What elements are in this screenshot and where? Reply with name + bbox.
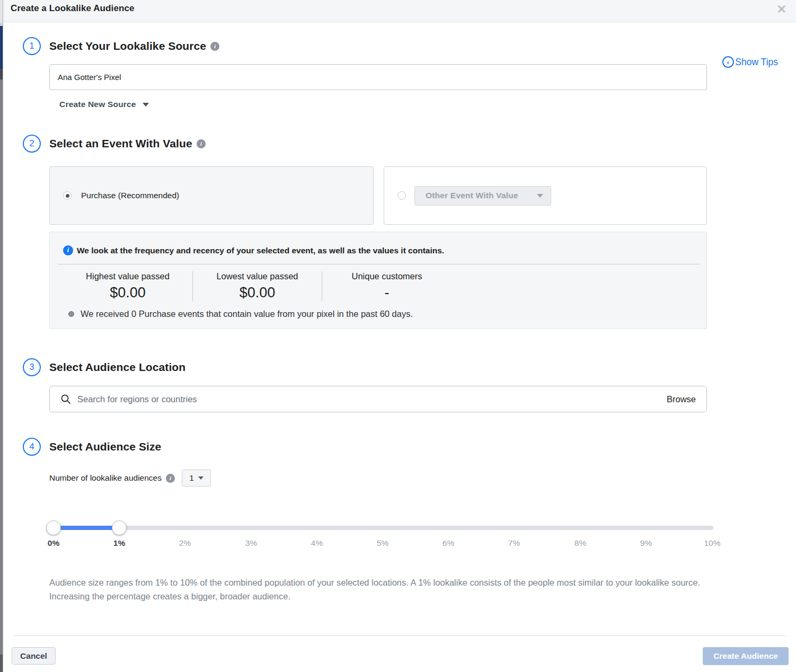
audiences-info-icon[interactable]: i (166, 474, 175, 483)
stat-highest-value: Highest value passed $0.00 (63, 271, 193, 301)
caret-down-icon (198, 476, 204, 480)
search-icon (60, 394, 71, 404)
stat-label: Lowest value passed (198, 271, 316, 281)
stat-value: $0.00 (198, 285, 316, 301)
info-circle-icon: i (63, 245, 73, 255)
lookalike-count-dropdown[interactable]: 1 (182, 470, 211, 487)
audience-size-slider: 0% 1% 2% 3% 4% 5% 6% 7% 8% 9% 10% (3, 511, 796, 573)
event-info-icon[interactable]: i (197, 139, 206, 148)
step-1-badge: 1 (23, 37, 41, 55)
audience-size-description: Audience size ranges from 1% to 10% of t… (49, 576, 711, 603)
slider-handle-max[interactable] (112, 520, 127, 535)
step-2-badge: 2 (23, 135, 41, 153)
event-insights-panel: i We look at the frequency and recency o… (49, 232, 707, 329)
slider-tick-label: 2% (179, 538, 191, 548)
slider-tick-label: 3% (245, 538, 257, 548)
cancel-button[interactable]: Cancel (12, 647, 56, 665)
lookalike-count-value: 1 (189, 473, 194, 483)
lookalike-count-label: Number of lookalike audiences (49, 473, 162, 483)
slider-tick-label: 4% (311, 538, 323, 548)
slider-tick-label: 9% (640, 538, 652, 548)
insights-intro-text: We look at the frequency and recency of … (77, 246, 444, 255)
location-search-input[interactable] (77, 394, 660, 404)
slider-track[interactable] (54, 526, 713, 530)
step-3-heading: Select Audience Location (49, 361, 185, 374)
create-lookalike-audience-dialog: Create a Lookalike Audience ✕ ‹ Show Tip… (3, 0, 796, 672)
create-audience-button[interactable]: Create Audience (703, 647, 789, 665)
location-search-bar: Browse (49, 386, 707, 412)
chevron-left-circle-icon: ‹ (722, 56, 734, 68)
slider-tick-label: 1% (113, 538, 125, 548)
step-2-heading: Select an Event With Value (49, 137, 192, 150)
purchase-label: Purchase (Recommended) (81, 191, 179, 200)
slider-handle-min[interactable] (46, 520, 61, 535)
slider-tick-label: 0% (48, 538, 59, 548)
bullet-icon (68, 311, 74, 317)
show-tips-link[interactable]: ‹ Show Tips (722, 56, 778, 68)
slider-tick-label: 5% (377, 538, 388, 548)
stat-label: Unique customers (328, 271, 446, 281)
slider-tick-label: 6% (443, 538, 454, 548)
other-event-option-card[interactable]: Other Event With Value (384, 166, 707, 225)
slider-tick-label: 7% (508, 538, 520, 548)
create-new-source-label: Create New Source (59, 100, 136, 109)
footer-divider (14, 635, 785, 636)
stat-unique-customers: Unique customers - (322, 271, 452, 301)
received-events-note: We received 0 Purchase events that conta… (81, 309, 413, 319)
browse-button[interactable]: Browse (660, 394, 696, 404)
dialog-header: Create a Lookalike Audience ✕ (3, 0, 796, 22)
purchase-option-card[interactable]: Purchase (Recommended) (49, 166, 374, 225)
other-event-radio[interactable] (397, 191, 406, 200)
step-4-heading: Select Audience Size (49, 440, 161, 453)
purchase-radio[interactable] (63, 191, 72, 200)
stat-value: $0.00 (68, 285, 187, 301)
slider-tick-label: 10% (704, 538, 720, 548)
step-1-heading: Select Your Lookalike Source (49, 40, 206, 52)
panel-divider (58, 264, 700, 264)
show-tips-label: Show Tips (735, 57, 778, 68)
caret-down-icon (143, 103, 149, 107)
caret-down-icon (537, 194, 543, 198)
slider-tick-label: 8% (574, 538, 586, 548)
source-info-icon[interactable]: i (210, 42, 219, 51)
other-event-label: Other Event With Value (426, 191, 518, 200)
other-event-dropdown[interactable]: Other Event With Value (414, 186, 551, 206)
stat-label: Highest value passed (68, 271, 187, 281)
create-new-source-dropdown[interactable]: Create New Source (59, 100, 149, 109)
step-4-badge: 4 (23, 438, 41, 456)
close-icon[interactable]: ✕ (777, 4, 786, 15)
step-3-badge: 3 (23, 358, 41, 376)
dialog-title: Create a Lookalike Audience (11, 3, 135, 14)
lookalike-source-input[interactable] (49, 64, 707, 90)
background-page-edge (0, 0, 3, 672)
stat-lowest-value: Lowest value passed $0.00 (193, 271, 322, 301)
stat-value: - (328, 285, 446, 301)
slider-range-fill (54, 526, 119, 530)
